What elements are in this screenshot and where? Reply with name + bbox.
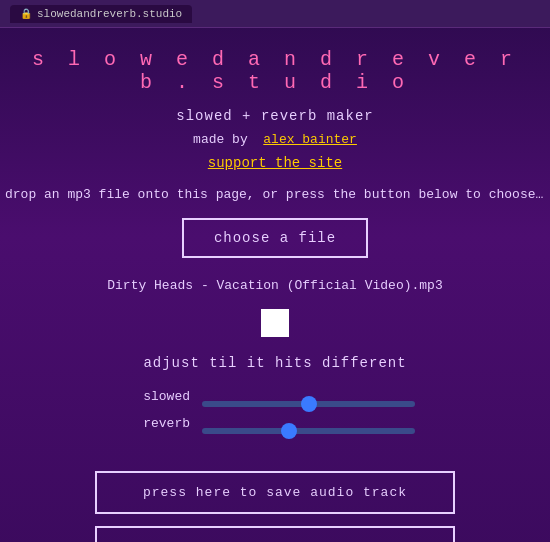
filename: Dirty Heads - Vacation (Official Video).… [107, 278, 442, 293]
made-by-prefix: made by [193, 132, 248, 147]
site-title: s l o w e d a n d r e v e r b . s t u d … [20, 48, 530, 94]
reverb-slider-container [202, 421, 415, 427]
slowed-label: slowed [135, 389, 190, 404]
lock-icon: 🔒 [20, 8, 32, 20]
reverb-label: reverb [135, 416, 190, 431]
save-audio-button[interactable]: press here to save audio track [95, 471, 455, 514]
tab-title: slowedandreverb.studio [37, 8, 182, 20]
support-link[interactable]: support the site [208, 155, 342, 171]
subtitle: slowed + reverb maker [176, 108, 373, 124]
slowed-slider[interactable] [202, 401, 415, 407]
page-content: s l o w e d a n d r e v e r b . s t u d … [0, 28, 550, 542]
adjust-label: adjust til it hits different [143, 355, 406, 371]
browser-tab: 🔒 slowedandreverb.studio [10, 5, 192, 23]
choose-file-button[interactable]: choose a file [182, 218, 368, 258]
reverb-slider[interactable] [202, 428, 415, 434]
save-video-button[interactable]: press here to save video [95, 526, 455, 542]
slowed-slider-row: slowed [135, 389, 415, 404]
reverb-slider-row: reverb [135, 416, 415, 431]
author-link[interactable]: alex bainter [263, 132, 357, 147]
drop-instruction: drop an mp3 file onto this page, or pres… [5, 187, 545, 202]
save-buttons-section: press here to save audio track press her… [95, 471, 455, 542]
made-by: made by alex bainter [193, 132, 357, 147]
waveform-placeholder [261, 309, 289, 337]
sliders-section: adjust til it hits different slowed reve… [135, 355, 415, 443]
browser-bar: 🔒 slowedandreverb.studio [0, 0, 550, 28]
slowed-slider-container [202, 394, 415, 400]
